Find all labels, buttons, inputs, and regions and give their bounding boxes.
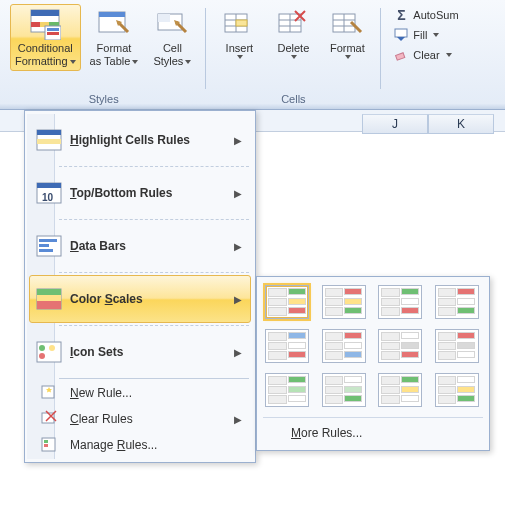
more-rules-item[interactable]: More Rules...	[263, 422, 483, 444]
svg-rect-38	[39, 244, 49, 247]
cell-styles-icon	[156, 8, 188, 40]
data-bars-icon	[34, 233, 64, 259]
format-as-table-button[interactable]: Format as Table	[85, 4, 144, 71]
styles-group: Conditional Formatting Format as Table C…	[6, 4, 201, 107]
editing-group: Σ AutoSum Fill Clear	[385, 4, 466, 107]
delete-cells-icon	[277, 8, 309, 40]
svg-rect-41	[37, 289, 61, 295]
svg-rect-7	[47, 32, 59, 35]
delete-label: Delete	[277, 42, 309, 55]
clear-rules-icon	[34, 410, 64, 428]
cell-styles-button[interactable]: Cell Styles	[147, 4, 197, 71]
chevron-down-icon	[185, 60, 191, 64]
color-scale-option[interactable]	[435, 329, 479, 363]
svg-point-45	[39, 345, 45, 351]
svg-rect-43	[37, 301, 61, 309]
fill-down-icon	[393, 27, 409, 43]
color-scale-option[interactable]	[378, 285, 422, 319]
more-rules-rest: ore Rules...	[301, 426, 362, 440]
chevron-right-icon: ▶	[234, 414, 244, 425]
menu-top-bottom-rules[interactable]: 10 Top/Bottom Rules ▶	[29, 169, 251, 217]
ribbon: Conditional Formatting Format as Table C…	[0, 0, 505, 110]
column-header-j[interactable]: J	[362, 114, 428, 134]
color-scale-option[interactable]	[322, 373, 366, 407]
color-scale-option[interactable]	[265, 329, 309, 363]
sigma-icon: Σ	[393, 7, 409, 23]
group-divider	[380, 8, 381, 89]
color-scale-option[interactable]	[435, 373, 479, 407]
menu-highlight-cells-rules[interactable]: Highlight Cells Rules ▶	[29, 116, 251, 164]
chevron-down-icon	[70, 60, 76, 64]
chevron-right-icon: ▶	[234, 347, 244, 358]
mi-iconsets-rest: con Sets	[73, 345, 123, 359]
icon-sets-icon	[34, 339, 64, 365]
mi-clear-rest: lear Rules	[79, 412, 133, 426]
svg-rect-18	[236, 20, 247, 26]
clear-button[interactable]: Clear	[389, 46, 462, 64]
color-scale-option[interactable]	[265, 373, 309, 407]
menu-data-bars[interactable]: Data Bars ▶	[29, 222, 251, 270]
insert-label: Insert	[226, 42, 254, 55]
color-scale-option[interactable]	[435, 285, 479, 319]
color-scale-option[interactable]	[378, 373, 422, 407]
color-scales-icon	[34, 286, 64, 312]
insert-button[interactable]: Insert	[214, 4, 264, 63]
menu-icon-sets[interactable]: Icon Sets ▶	[29, 328, 251, 376]
chevron-right-icon: ▶	[234, 294, 244, 305]
eraser-icon	[393, 47, 409, 63]
menu-separator	[59, 325, 249, 326]
menu-separator	[59, 272, 249, 273]
column-header-k[interactable]: K	[428, 114, 494, 134]
color-scale-option[interactable]	[265, 285, 309, 319]
svg-rect-39	[39, 249, 53, 252]
styles-group-label: Styles	[6, 93, 201, 105]
insert-cells-icon	[223, 8, 255, 40]
delete-button[interactable]: Delete	[268, 4, 318, 63]
svg-rect-12	[158, 14, 170, 22]
chevron-down-icon	[433, 33, 439, 37]
color-scale-option[interactable]	[322, 329, 366, 363]
menu-separator	[59, 378, 249, 379]
chevron-down-icon	[132, 60, 138, 64]
highlight-rules-icon	[34, 127, 64, 153]
menu-separator	[59, 219, 249, 220]
color-scale-option[interactable]	[322, 285, 366, 319]
chevron-right-icon: ▶	[234, 135, 244, 146]
format-as-table-l1: Format	[97, 42, 132, 55]
chevron-down-icon	[345, 55, 351, 59]
svg-rect-34	[37, 183, 61, 188]
color-scale-grid	[263, 283, 483, 409]
svg-point-47	[49, 345, 55, 351]
menu-clear-rules[interactable]: Clear Rules ▶	[29, 407, 251, 431]
svg-rect-32	[37, 139, 61, 144]
svg-rect-37	[39, 239, 57, 242]
conditional-formatting-menu: Highlight Cells Rules ▶ 10 Top/Bottom Ru…	[24, 110, 256, 463]
color-scale-option[interactable]	[378, 329, 422, 363]
mi-highlight-rest: ighlight Cells Rules	[79, 133, 190, 147]
color-scales-submenu: More Rules...	[256, 276, 490, 451]
svg-rect-52	[44, 444, 48, 447]
menu-new-rule[interactable]: New Rule...	[29, 381, 251, 405]
conditional-formatting-icon	[29, 8, 61, 40]
menu-manage-rules[interactable]: Manage Rules...	[29, 433, 251, 457]
svg-rect-29	[396, 53, 405, 60]
cell-styles-l2: Styles	[153, 55, 183, 67]
format-button[interactable]: Format	[322, 4, 372, 63]
svg-rect-51	[44, 440, 48, 443]
mi-manage-rest: ules...	[125, 438, 157, 452]
fill-label: Fill	[413, 29, 427, 41]
autosum-button[interactable]: Σ AutoSum	[389, 6, 462, 24]
autosum-label: AutoSum	[413, 9, 458, 21]
svg-text:10: 10	[42, 192, 54, 203]
svg-point-46	[39, 353, 45, 359]
mi-topbottom-rest: op/Bottom Rules	[76, 186, 172, 200]
clear-label: Clear	[413, 49, 439, 61]
fill-button[interactable]: Fill	[389, 26, 462, 44]
cells-group-label: Cells	[210, 93, 376, 105]
menu-color-scales[interactable]: Color Scales ▶	[29, 275, 251, 323]
group-divider	[205, 8, 206, 89]
format-as-table-l2: as Table	[90, 55, 131, 67]
chevron-down-icon	[446, 53, 452, 57]
format-as-table-icon	[98, 8, 130, 40]
conditional-formatting-button[interactable]: Conditional Formatting	[10, 4, 81, 71]
